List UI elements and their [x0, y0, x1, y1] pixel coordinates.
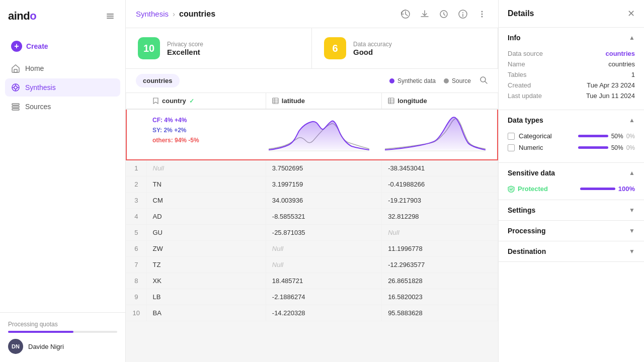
column-header-country: country ✓	[146, 93, 266, 109]
info-row-created: Created Tue Apr 23 2024	[508, 81, 635, 89]
datasource-key: Data source	[508, 50, 553, 57]
row-latitude: -2.1886274	[266, 289, 381, 305]
history-button[interactable]	[399, 8, 412, 20]
created-val: Tue Apr 23 2024	[553, 81, 635, 89]
table-row: 8XK18.48572126.8651828	[126, 273, 498, 289]
row-index: 4	[126, 209, 146, 225]
protected-shield-icon	[508, 186, 515, 193]
section-processing: Processing ▼	[499, 221, 644, 241]
row-country: GU	[146, 225, 266, 241]
table-header-row: country ✓ latitude longitude	[126, 93, 498, 109]
section-datatypes-header[interactable]: Data types ▲	[499, 110, 644, 130]
synthesis-icon	[11, 83, 20, 92]
col-longitude-label: longitude	[397, 97, 427, 105]
svg-point-19	[481, 13, 483, 15]
row-latitude: Null	[266, 241, 381, 257]
lastupdate-key: Last update	[508, 92, 553, 100]
synthetic-label: Synthetic data	[397, 77, 436, 84]
name-key: Name	[508, 60, 553, 68]
row-longitude: -12.2963577	[382, 257, 498, 273]
info-button[interactable]	[457, 8, 469, 20]
download-button[interactable]	[419, 8, 431, 20]
sidebar: aindo + Create Home Synthesis Sources Pr…	[0, 0, 126, 362]
processing-chevron-icon: ▼	[629, 227, 635, 234]
sidebar-toggle-button[interactable]	[103, 9, 117, 23]
svg-rect-12	[12, 109, 19, 110]
privacy-score-card: 10 Privacy score Excellent	[126, 28, 312, 68]
sources-icon	[11, 102, 20, 111]
row-longitude: 95.5883628	[382, 305, 498, 321]
table-search-button[interactable]	[479, 75, 488, 86]
table-row: 9LB-2.188627416.5820023	[126, 289, 498, 305]
breadcrumb-parent[interactable]: Synthesis	[136, 10, 169, 18]
svg-rect-0	[107, 14, 114, 15]
categorical-bar	[578, 135, 608, 137]
breadcrumb-arrow: ›	[173, 10, 175, 18]
table-icon-longitude	[388, 98, 394, 104]
quota-bar	[8, 331, 117, 333]
row-latitude: -25.871035	[266, 225, 381, 241]
country-stats-cell: CF: 4% +4% SY: 2% +2% others: 94% -5%	[146, 109, 266, 160]
stat-others: others: 94% -5%	[152, 137, 260, 144]
table-row: 7TZNull-12.2963577	[126, 257, 498, 273]
section-sensitive-content: Protected 100%	[499, 183, 644, 200]
numeric-pct: 50%	[611, 144, 623, 151]
row-country: XK	[146, 273, 266, 289]
name-val: countries	[553, 60, 635, 68]
more-button[interactable]	[476, 8, 488, 20]
settings-chevron-icon: ▼	[629, 207, 635, 214]
processing-quotas-label: Processing quotas	[8, 321, 117, 328]
table-tab-countries[interactable]: countries	[136, 74, 180, 87]
dtype-row-categorical: Categorical 50% 0%	[508, 132, 635, 140]
tables-key: Tables	[508, 71, 553, 78]
row-latitude: 3.1997159	[266, 176, 381, 193]
row-country: BA	[146, 305, 266, 321]
datasource-val[interactable]: countries	[553, 50, 635, 57]
sidebar-item-home[interactable]: Home	[5, 59, 120, 77]
table-legend: Synthetic data Source	[389, 75, 488, 86]
column-header-latitude: latitude	[266, 93, 381, 109]
row-latitude: -14.220328	[266, 305, 381, 321]
section-destination-header[interactable]: Destination ▼	[499, 241, 644, 261]
table-row: 3CM34.003936-19.217903	[126, 193, 498, 209]
main-content: Synthesis › countries 10	[126, 0, 498, 362]
section-settings-header[interactable]: Settings ▼	[499, 200, 644, 220]
source-dot	[444, 78, 449, 83]
svg-point-16	[462, 12, 463, 13]
schedule-button[interactable]	[438, 8, 450, 20]
verified-check-icon: ✓	[189, 98, 194, 105]
stat-cf: CF: 4% +4%	[152, 117, 260, 124]
row-index: 7	[126, 257, 146, 273]
section-info: Info ▲ Data source countries Name countr…	[499, 28, 644, 110]
section-datatypes-content: Categorical 50% 0% Numeric 50% 0%	[499, 130, 644, 162]
row-country: CM	[146, 193, 266, 209]
privacy-score-info: Privacy score Excellent	[167, 41, 203, 56]
accuracy-score-value: Good	[353, 48, 392, 56]
section-info-header[interactable]: Info ▲	[499, 28, 644, 48]
section-processing-title: Processing	[508, 227, 545, 235]
sidebar-item-sources[interactable]: Sources	[5, 98, 120, 116]
close-button[interactable]: ✕	[627, 8, 635, 19]
row-longitude: 32.812298	[382, 209, 498, 225]
section-processing-header[interactable]: Processing ▼	[499, 221, 644, 241]
destination-chevron-icon: ▼	[629, 248, 635, 255]
table-row: 2TN3.1997159-0.41988266	[126, 176, 498, 193]
sidebar-item-synthesis[interactable]: Synthesis	[5, 78, 120, 97]
section-sensitive-header[interactable]: Sensitive data ▲	[499, 163, 644, 183]
row-latitude: Null	[266, 257, 381, 273]
source-label: Source	[452, 77, 471, 84]
create-button[interactable]: + Create	[5, 36, 120, 56]
table-row: 1Null3.7502695-38.3453041	[126, 160, 498, 176]
table-icon-latitude	[272, 98, 279, 104]
lastupdate-val: Tue Jun 11 2024	[553, 92, 635, 100]
svg-rect-1	[107, 16, 114, 17]
row-country: TN	[146, 176, 266, 193]
quota-bar-fill	[8, 331, 73, 333]
topbar: Synthesis › countries	[126, 0, 498, 28]
section-settings: Settings ▼	[499, 200, 644, 221]
categorical-label-group: Categorical	[508, 132, 552, 140]
privacy-score-badge: 10	[138, 37, 160, 59]
sidebar-bottom: Processing quotas DN Davide Nigri	[0, 312, 125, 362]
categorical-icon	[508, 133, 515, 140]
info-row-datasource: Data source countries	[508, 50, 635, 57]
